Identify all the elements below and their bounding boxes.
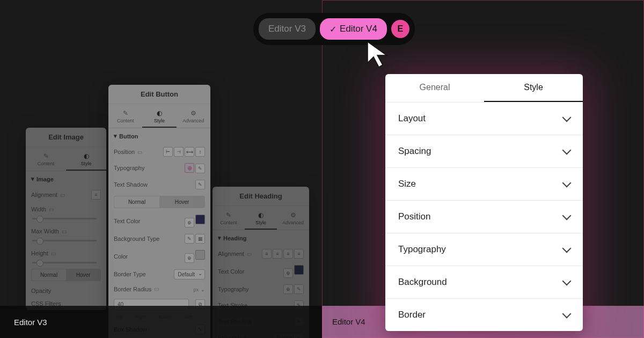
panel-title: Edit Button <box>108 85 210 104</box>
gear-icon: ⚙ <box>177 109 210 117</box>
chevron-down-icon: ▾ <box>114 133 117 139</box>
row-bg-type: Background Type ✎▦ <box>108 231 210 247</box>
pos-left-button[interactable]: ⊢ <box>163 147 173 157</box>
tab-style[interactable]: Style <box>484 74 583 102</box>
gear-icon: ⚙ <box>277 211 309 219</box>
state-hover[interactable]: Hover <box>159 196 204 208</box>
row-typography: Typography ⊕✎ <box>213 281 309 297</box>
state-normal[interactable]: Normal <box>114 196 159 208</box>
section-heading[interactable]: ▾ Heading <box>213 230 309 246</box>
panel-title: Edit Image <box>26 128 106 147</box>
pos-right-button[interactable]: ⟷ <box>185 147 194 157</box>
row-opacity: Opacity <box>26 284 106 297</box>
globe-button[interactable]: ⊕ <box>185 253 194 263</box>
row-width: Width ▭ <box>26 203 106 216</box>
row-text-shadow: Text Shadow ✎ <box>108 177 210 193</box>
panel-tabs: ✎Content ◐Style ⚙Advanced <box>213 206 309 230</box>
state-normal[interactable]: Normal <box>32 269 66 281</box>
border-type-select[interactable]: Default <box>174 269 205 280</box>
footer-label-v3: Editor V3 <box>0 306 322 338</box>
align-button[interactable]: ≡ <box>91 190 101 200</box>
align-right-button[interactable]: ≡ <box>283 249 293 259</box>
section-image[interactable]: ▾ Image <box>26 171 106 187</box>
color-swatch[interactable] <box>195 250 205 260</box>
section-background[interactable]: Background <box>385 266 583 299</box>
section-spacing[interactable]: Spacing <box>385 135 583 168</box>
state-tabs: Normal Hover <box>114 196 205 208</box>
row-alignment: Alignment ▭ ≡ <box>26 187 106 203</box>
monitor-icon: ▭ <box>137 149 142 155</box>
tab-style[interactable]: ◐Style <box>245 209 277 230</box>
chevron-down-icon <box>562 310 572 319</box>
chevron-down-icon <box>562 146 572 155</box>
row-border-type: Border Type Default <box>108 266 210 283</box>
section-border[interactable]: Border <box>385 299 583 331</box>
state-tabs: Normal Hover <box>31 269 101 281</box>
v4-style-panel: General Style Layout Spacing Size Positi… <box>385 74 583 331</box>
globe-button-active[interactable]: ⊕ <box>185 163 194 173</box>
monitor-icon: ▭ <box>51 251 56 256</box>
tab-content[interactable]: ✎Content <box>26 150 66 171</box>
edit-button[interactable]: ✎ <box>294 284 304 294</box>
chevron-down-icon <box>562 179 572 188</box>
monitor-icon: ▭ <box>247 251 252 257</box>
v3-edit-image-panel: Edit Image ✎Content ◐Style ▾ Image Align… <box>26 128 106 310</box>
section-layout[interactable]: Layout <box>385 102 583 135</box>
row-color: Color ⊕ <box>108 247 210 266</box>
chevron-down-icon: ▾ <box>31 175 34 182</box>
pos-stretch-button[interactable]: ↕ <box>195 147 205 157</box>
chevron-down-icon: ▾ <box>218 234 221 241</box>
tab-style[interactable]: ◐Style <box>142 107 176 128</box>
state-hover[interactable]: Hover <box>66 269 100 281</box>
check-icon: ✓ <box>330 24 336 34</box>
bg-classic-button[interactable]: ✎ <box>185 234 194 244</box>
pencil-icon: ✎ <box>213 211 245 219</box>
section-button[interactable]: ▾ Button <box>108 128 210 144</box>
globe-button[interactable]: ⊕ <box>283 268 293 278</box>
v3-edit-button-panel: Edit Button ✎Content ◐Style ⚙Advanced ▾ … <box>108 85 210 338</box>
row-typography: Typography ⊕✎ <box>108 160 210 177</box>
width-slider[interactable] <box>32 218 97 219</box>
color-swatch[interactable] <box>195 215 205 224</box>
section-size[interactable]: Size <box>385 168 583 201</box>
section-typography[interactable]: Typography <box>385 233 583 266</box>
globe-button[interactable]: ⊕ <box>185 218 194 227</box>
edit-button[interactable]: ✎ <box>195 164 205 173</box>
contrast-icon: ◐ <box>245 211 277 219</box>
tab-general[interactable]: General <box>385 74 484 102</box>
height-slider[interactable] <box>32 262 97 263</box>
row-max-width: Max Width ▭ <box>26 225 106 238</box>
cursor-icon <box>366 40 393 70</box>
section-position[interactable]: Position <box>385 201 583 233</box>
max-width-slider[interactable] <box>32 240 97 241</box>
globe-button[interactable]: ⊕ <box>283 284 293 294</box>
align-center-button[interactable]: ≡ <box>273 249 282 259</box>
tab-content[interactable]: ✎Content <box>213 209 245 230</box>
edit-button[interactable]: ✎ <box>195 180 205 189</box>
row-height: Height ▭ <box>26 247 106 260</box>
pencil-icon: ✎ <box>26 152 66 160</box>
toggle-editor-v3[interactable]: Editor V3 <box>259 18 316 40</box>
row-text-color: Text Color ⊕ <box>108 211 210 231</box>
monitor-icon: ▭ <box>62 229 67 234</box>
row-position: Position ▭ ⊢ ⊣ ⟷ ↕ <box>108 144 210 160</box>
pos-center-button[interactable]: ⊣ <box>174 147 184 157</box>
row-text-color: Text Color ⊕ <box>213 262 309 281</box>
elementor-badge[interactable]: E <box>391 20 409 38</box>
monitor-icon: ▭ <box>49 207 54 212</box>
bg-gradient-button[interactable]: ▦ <box>195 234 205 244</box>
tab-style[interactable]: ◐Style <box>66 150 106 171</box>
align-justify-button[interactable]: ≡ <box>294 249 304 259</box>
panel-tabs: ✎Content ◐Style <box>26 147 106 171</box>
tab-advanced[interactable]: ⚙Advanced <box>277 209 309 230</box>
tab-content[interactable]: ✎Content <box>108 107 142 128</box>
contrast-icon: ◐ <box>142 109 176 117</box>
chevron-down-icon <box>562 277 572 286</box>
align-left-button[interactable]: ≡ <box>262 249 272 259</box>
contrast-icon: ◐ <box>66 152 106 160</box>
toggle-editor-v4[interactable]: ✓ Editor V4 <box>320 18 387 40</box>
monitor-icon: ▭ <box>154 286 159 292</box>
tab-advanced[interactable]: ⚙Advanced <box>177 107 210 128</box>
monitor-icon: ▭ <box>60 192 65 198</box>
color-swatch[interactable] <box>294 265 304 275</box>
